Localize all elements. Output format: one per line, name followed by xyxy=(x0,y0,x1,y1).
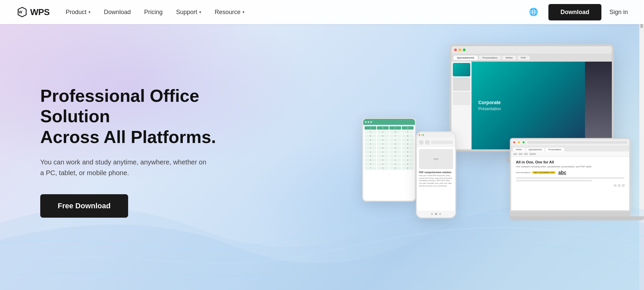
chevron-down-icon: ▾ xyxy=(89,10,91,14)
hero-content: Professional Office Solution Across All … xyxy=(0,86,241,218)
laptop-tab-2: Spreadsheet xyxy=(526,148,545,151)
laptop-screen: Writer Spreadsheet Presentation All in O… xyxy=(510,138,631,212)
hero-section: Professional Office Solution Across All … xyxy=(0,0,644,290)
language-button[interactable]: 🌐 xyxy=(527,5,540,19)
tablet-row-3: 9012 xyxy=(365,138,414,142)
laptop-icons-right xyxy=(516,184,625,187)
nav-item-support[interactable]: Support ▾ xyxy=(176,9,201,16)
laptop-dot-close xyxy=(513,141,515,143)
nav-download-button[interactable]: Download xyxy=(548,4,601,20)
laptop-dot-min xyxy=(518,141,520,143)
monitor-tab-spreadsheet: Spreadsheet1 xyxy=(453,56,478,60)
chevron-down-icon: ▾ xyxy=(243,10,245,14)
free-download-button[interactable]: Free Download xyxy=(40,194,128,218)
globe-icon: 🌐 xyxy=(529,8,538,16)
tablet-device: A B C D 1234 5678 9012 3456 78 xyxy=(362,118,416,202)
sidebar-thumb-1 xyxy=(453,63,470,76)
tablet-row-5: 7890 xyxy=(365,146,414,150)
nav-item-pricing[interactable]: Pricing xyxy=(144,9,163,16)
phone-forward-icon xyxy=(425,140,430,145)
laptop-main-title: All in One, One for All xyxy=(516,160,625,164)
nav-item-download[interactable]: Download xyxy=(104,9,131,16)
tablet-row-header: A B C D xyxy=(365,126,414,130)
tablet-row-10: 7890 xyxy=(365,166,414,170)
svg-text:W: W xyxy=(19,10,22,14)
laptop-line-2 xyxy=(516,180,592,182)
laptop-icon-2 xyxy=(618,184,621,187)
presentation-title: Corporate xyxy=(478,100,501,105)
monitor-tab-pdf: PDF xyxy=(518,56,530,60)
toolbar-btn-3 xyxy=(524,153,528,155)
signin-link[interactable]: Sign in xyxy=(609,9,628,16)
laptop-line-1 xyxy=(516,177,625,179)
phone-titlebar xyxy=(417,132,455,138)
nav-item-resource[interactable]: Resource ▾ xyxy=(215,9,245,16)
wps-logo-icon: W xyxy=(16,6,28,18)
presentation-image xyxy=(585,62,612,149)
phone-urlbar xyxy=(431,141,453,144)
phone-dot-max xyxy=(423,134,424,136)
sidebar-thumb-2 xyxy=(453,77,470,91)
phone-home-dot xyxy=(431,213,433,215)
laptop-subtitle: One software including writer, spreadshe… xyxy=(516,165,625,168)
monitor-tab-presentation: Presentation xyxy=(479,56,501,60)
maximize-dot xyxy=(463,49,466,51)
tablet-dot-1 xyxy=(365,121,367,123)
laptop-toolbar xyxy=(511,151,629,157)
monitor-content: Corporate Presentation xyxy=(451,62,612,149)
monitor-tabs: Spreadsheet1 Presentation Writer PDF xyxy=(451,54,612,62)
toolbar-btn-2 xyxy=(519,153,523,155)
minimize-dot xyxy=(459,49,461,51)
tablet-row-4: 3456 xyxy=(365,142,414,146)
phone-bottom-bar xyxy=(417,211,455,217)
tablet-row-7: 5678 xyxy=(365,154,414,158)
laptop-content: All in One, One for All One software inc… xyxy=(511,157,629,190)
nav-item-product[interactable]: Product ▾ xyxy=(66,9,91,16)
laptop-titlebar xyxy=(511,139,629,145)
laptop-highlight-text: High compatibility zone xyxy=(532,171,556,174)
tablet-row-8: 9012 xyxy=(365,158,414,162)
phone-pdf-preview: PDF xyxy=(419,149,453,169)
phone-content: PDF PDF comprehensive solution How you i… xyxy=(417,147,455,189)
laptop-highlight-row: One tool feature: High compatibility zon… xyxy=(516,170,625,175)
chevron-down-icon: ▾ xyxy=(199,10,201,14)
phone-toolbar xyxy=(417,138,455,147)
tablet-dot-2 xyxy=(368,121,369,123)
phone-end-dot xyxy=(439,213,441,215)
phone-dot-close xyxy=(419,134,420,136)
nav-right: 🌐 Download Sign in xyxy=(527,4,628,20)
phone-pdf-title: PDF comprehensive solution xyxy=(419,171,453,173)
hero-title: Professional Office Solution Across All … xyxy=(40,86,241,147)
sidebar-thumb-3 xyxy=(453,92,470,105)
laptop-sample-text: abc xyxy=(558,170,566,175)
phone-back-icon xyxy=(419,140,424,145)
monitor-tab-writer: Writer xyxy=(502,56,516,60)
nav-left: W WPS Product ▾ Download Pricing Support… xyxy=(16,6,245,18)
presentation-slide: Corporate Presentation xyxy=(472,62,585,149)
monitor-titlebar xyxy=(451,46,612,54)
phone-dot-min xyxy=(421,134,422,136)
laptop-misc-rows xyxy=(516,177,625,182)
laptop-tab-3: Presentation xyxy=(545,148,564,151)
laptop-tab-1: Writer xyxy=(513,148,525,151)
phone-pdf-text: How you it need PDF document, Easy conve… xyxy=(419,174,453,187)
laptop-tabs: Writer Spreadsheet Presentation xyxy=(511,145,629,151)
tablet-titlebar xyxy=(363,119,415,125)
tablet-row-1: 1234 xyxy=(365,130,414,134)
laptop-dot-max xyxy=(523,141,525,143)
laptop-bottom xyxy=(510,216,644,220)
logo-text: WPS xyxy=(30,7,50,17)
tablet-content: A B C D 1234 5678 9012 3456 78 xyxy=(363,125,415,172)
presentation-subtitle: Presentation xyxy=(478,106,501,111)
devices-illustration: Spreadsheet1 Presentation Writer PDF Cor… xyxy=(342,24,644,285)
laptop-icon-1 xyxy=(614,184,616,187)
laptop-base xyxy=(510,212,631,216)
close-dot xyxy=(454,49,457,51)
laptop-device: Writer Spreadsheet Presentation All in O… xyxy=(510,138,637,232)
phone-mid-dot xyxy=(435,213,437,215)
tablet-dot-3 xyxy=(370,121,372,123)
logo[interactable]: W WPS xyxy=(16,6,50,18)
laptop-urlbar xyxy=(527,141,627,144)
tablet-row-6: 1234 xyxy=(365,150,414,154)
toolbar-btn-1 xyxy=(513,153,517,155)
